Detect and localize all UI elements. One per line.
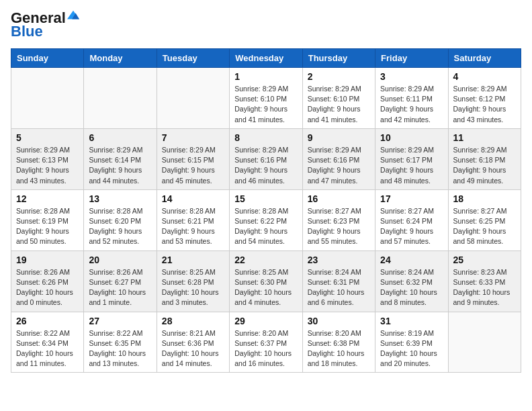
day-number: 14: [162, 193, 224, 204]
day-cell: 2Sunrise: 8:29 AM Sunset: 6:10 PM Daylig…: [302, 68, 375, 129]
day-info: Sunrise: 8:25 AM Sunset: 6:30 PM Dayligh…: [234, 267, 297, 308]
calendar-table: SundayMondayTuesdayWednesdayThursdayFrid…: [11, 48, 521, 373]
day-info: Sunrise: 8:24 AM Sunset: 6:32 PM Dayligh…: [380, 267, 443, 308]
day-cell: 14Sunrise: 8:28 AM Sunset: 6:21 PM Dayli…: [157, 189, 229, 250]
col-header-saturday: Saturday: [448, 49, 521, 68]
day-info: Sunrise: 8:26 AM Sunset: 6:27 PM Dayligh…: [89, 267, 151, 308]
day-info: Sunrise: 8:29 AM Sunset: 6:15 PM Dayligh…: [162, 145, 224, 186]
day-number: 12: [16, 193, 79, 204]
day-number: 10: [380, 132, 443, 143]
day-number: 29: [234, 316, 297, 326]
day-info: Sunrise: 8:29 AM Sunset: 6:16 PM Dayligh…: [308, 145, 370, 186]
day-cell: 20Sunrise: 8:26 AM Sunset: 6:27 PM Dayli…: [84, 250, 157, 312]
day-info: Sunrise: 8:24 AM Sunset: 6:31 PM Dayligh…: [308, 267, 370, 308]
day-cell: [448, 312, 521, 373]
day-number: 18: [453, 193, 516, 204]
day-info: Sunrise: 8:22 AM Sunset: 6:34 PM Dayligh…: [16, 328, 79, 369]
day-cell: [84, 68, 157, 129]
day-number: 26: [16, 316, 79, 326]
day-number: 2: [308, 71, 370, 82]
col-header-sunday: Sunday: [11, 49, 84, 68]
day-info: Sunrise: 8:27 AM Sunset: 6:25 PM Dayligh…: [453, 206, 516, 247]
day-number: 27: [89, 316, 151, 326]
day-number: 28: [162, 316, 224, 326]
day-info: Sunrise: 8:29 AM Sunset: 6:14 PM Dayligh…: [89, 145, 151, 186]
day-number: 20: [89, 255, 151, 265]
day-cell: 9Sunrise: 8:29 AM Sunset: 6:16 PM Daylig…: [302, 128, 375, 189]
day-cell: 28Sunrise: 8:21 AM Sunset: 6:36 PM Dayli…: [157, 312, 229, 373]
day-cell: 26Sunrise: 8:22 AM Sunset: 6:34 PM Dayli…: [11, 312, 84, 373]
logo-triangle-icon: [67, 9, 79, 21]
day-info: Sunrise: 8:28 AM Sunset: 6:21 PM Dayligh…: [162, 206, 224, 247]
day-number: 23: [308, 255, 370, 265]
logo: General Blue: [11, 11, 79, 40]
week-row-2: 5Sunrise: 8:29 AM Sunset: 6:13 PM Daylig…: [11, 128, 521, 189]
day-number: 9: [308, 132, 370, 143]
week-row-1: 1Sunrise: 8:29 AM Sunset: 6:10 PM Daylig…: [11, 68, 521, 129]
day-cell: 7Sunrise: 8:29 AM Sunset: 6:15 PM Daylig…: [157, 128, 229, 189]
day-info: Sunrise: 8:27 AM Sunset: 6:24 PM Dayligh…: [380, 206, 443, 247]
day-info: Sunrise: 8:27 AM Sunset: 6:23 PM Dayligh…: [308, 206, 370, 247]
day-info: Sunrise: 8:28 AM Sunset: 6:20 PM Dayligh…: [89, 206, 151, 247]
day-number: 25: [453, 255, 516, 265]
day-cell: 17Sunrise: 8:27 AM Sunset: 6:24 PM Dayli…: [375, 189, 448, 250]
day-info: Sunrise: 8:29 AM Sunset: 6:13 PM Dayligh…: [16, 145, 79, 186]
day-number: 8: [234, 132, 297, 143]
day-cell: 23Sunrise: 8:24 AM Sunset: 6:31 PM Dayli…: [302, 250, 375, 312]
day-number: 7: [162, 132, 224, 143]
day-number: 31: [380, 316, 443, 326]
col-header-tuesday: Tuesday: [157, 49, 229, 68]
day-info: Sunrise: 8:29 AM Sunset: 6:10 PM Dayligh…: [234, 84, 297, 125]
day-number: 1: [234, 71, 297, 82]
week-row-3: 12Sunrise: 8:28 AM Sunset: 6:19 PM Dayli…: [11, 189, 521, 250]
day-info: Sunrise: 8:29 AM Sunset: 6:18 PM Dayligh…: [453, 145, 516, 186]
day-cell: 21Sunrise: 8:25 AM Sunset: 6:28 PM Dayli…: [157, 250, 229, 312]
day-cell: 24Sunrise: 8:24 AM Sunset: 6:32 PM Dayli…: [375, 250, 448, 312]
day-info: Sunrise: 8:29 AM Sunset: 6:11 PM Dayligh…: [380, 84, 443, 125]
day-info: Sunrise: 8:21 AM Sunset: 6:36 PM Dayligh…: [162, 328, 224, 369]
day-cell: 25Sunrise: 8:23 AM Sunset: 6:33 PM Dayli…: [448, 250, 521, 312]
calendar-header-row: SundayMondayTuesdayWednesdayThursdayFrid…: [11, 49, 521, 68]
day-info: Sunrise: 8:22 AM Sunset: 6:35 PM Dayligh…: [89, 328, 151, 369]
day-cell: 31Sunrise: 8:19 AM Sunset: 6:39 PM Dayli…: [375, 312, 448, 373]
day-cell: 5Sunrise: 8:29 AM Sunset: 6:13 PM Daylig…: [11, 128, 84, 189]
col-header-friday: Friday: [375, 49, 448, 68]
day-cell: 11Sunrise: 8:29 AM Sunset: 6:18 PM Dayli…: [448, 128, 521, 189]
day-cell: [11, 68, 84, 129]
day-cell: 8Sunrise: 8:29 AM Sunset: 6:16 PM Daylig…: [230, 128, 302, 189]
week-row-5: 26Sunrise: 8:22 AM Sunset: 6:34 PM Dayli…: [11, 312, 521, 373]
day-info: Sunrise: 8:29 AM Sunset: 6:17 PM Dayligh…: [380, 145, 443, 186]
day-number: 13: [89, 193, 151, 204]
day-number: 3: [380, 71, 443, 82]
day-info: Sunrise: 8:29 AM Sunset: 6:10 PM Dayligh…: [308, 84, 370, 125]
day-cell: 4Sunrise: 8:29 AM Sunset: 6:12 PM Daylig…: [448, 68, 521, 129]
day-number: 4: [453, 71, 516, 82]
day-number: 22: [234, 255, 297, 265]
day-number: 6: [89, 132, 151, 143]
day-info: Sunrise: 8:20 AM Sunset: 6:38 PM Dayligh…: [308, 328, 370, 369]
day-info: Sunrise: 8:29 AM Sunset: 6:12 PM Dayligh…: [453, 84, 516, 125]
day-number: 19: [16, 255, 79, 265]
day-number: 24: [380, 255, 443, 265]
day-cell: 12Sunrise: 8:28 AM Sunset: 6:19 PM Dayli…: [11, 189, 84, 250]
day-info: Sunrise: 8:29 AM Sunset: 6:16 PM Dayligh…: [234, 145, 297, 186]
day-info: Sunrise: 8:23 AM Sunset: 6:33 PM Dayligh…: [453, 267, 516, 308]
day-cell: 10Sunrise: 8:29 AM Sunset: 6:17 PM Dayli…: [375, 128, 448, 189]
day-cell: 3Sunrise: 8:29 AM Sunset: 6:11 PM Daylig…: [375, 68, 448, 129]
day-cell: 1Sunrise: 8:29 AM Sunset: 6:10 PM Daylig…: [230, 68, 302, 129]
week-row-4: 19Sunrise: 8:26 AM Sunset: 6:26 PM Dayli…: [11, 250, 521, 312]
day-number: 21: [162, 255, 224, 265]
day-number: 16: [308, 193, 370, 204]
col-header-monday: Monday: [84, 49, 157, 68]
day-number: 17: [380, 193, 443, 204]
day-info: Sunrise: 8:19 AM Sunset: 6:39 PM Dayligh…: [380, 328, 443, 369]
col-header-wednesday: Wednesday: [230, 49, 302, 68]
col-header-thursday: Thursday: [302, 49, 375, 68]
day-number: 15: [234, 193, 297, 204]
day-cell: 19Sunrise: 8:26 AM Sunset: 6:26 PM Dayli…: [11, 250, 84, 312]
day-cell: [157, 68, 229, 129]
page-header: General Blue: [11, 11, 521, 40]
day-info: Sunrise: 8:26 AM Sunset: 6:26 PM Dayligh…: [16, 267, 79, 308]
day-info: Sunrise: 8:20 AM Sunset: 6:37 PM Dayligh…: [234, 328, 297, 369]
day-cell: 29Sunrise: 8:20 AM Sunset: 6:37 PM Dayli…: [230, 312, 302, 373]
